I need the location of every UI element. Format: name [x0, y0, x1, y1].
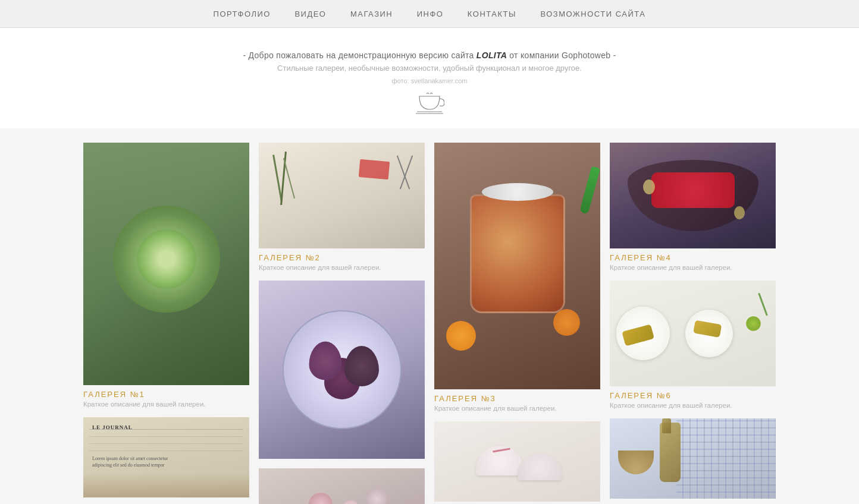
- gallery-item-1[interactable]: ГАЛЕРЕЯ №1 Краткое описание для вашей га…: [79, 140, 254, 415]
- gallery-item-2[interactable]: ГАЛЕРЕЯ №2 Краткое описание для вашей га…: [254, 140, 430, 278]
- gallery-1-title: ГАЛЕРЕЯ №1: [83, 390, 249, 399]
- cup-icon: [415, 93, 444, 114]
- gallery-item-shoes[interactable]: [430, 419, 605, 504]
- gallery-item-newspaper[interactable]: LE JOURNAL Lorem ipsum dolor sit amet co…: [79, 415, 254, 504]
- nav-portfolio[interactable]: ПОРТФОЛИО: [214, 10, 271, 18]
- hero-tagline: - Добро пожаловать на демонстрационную в…: [12, 51, 847, 60]
- nav-video[interactable]: ВИДЕО: [294, 10, 326, 18]
- nav-contacts[interactable]: КОНТАКТЫ: [468, 10, 516, 18]
- gallery-3-desc: Краткое описание для вашей галереи.: [434, 405, 600, 412]
- gallery-2-desc: Краткое описание для вашей галереи.: [259, 264, 425, 271]
- hero-section: - Добро пожаловать на демонстрационную в…: [0, 28, 859, 128]
- nav-info[interactable]: ИНФО: [417, 10, 444, 18]
- gallery-col-1: ГАЛЕРЕЯ №1 Краткое описание для вашей га…: [79, 140, 254, 504]
- nav-shop[interactable]: МАГАЗИН: [350, 10, 393, 18]
- gallery-6-title: ГАЛЕРЕЯ №6: [610, 391, 776, 400]
- gallery-1-desc: Краткое описание для вашей галереи.: [83, 401, 249, 408]
- gallery-item-bottom-2[interactable]: [254, 466, 430, 504]
- gallery-item-olive[interactable]: [605, 416, 780, 504]
- photo-credit: фото: svetlanakamer.com: [12, 77, 847, 84]
- nav-possibilities[interactable]: ВОЗМОЖНОСТИ САЙТА: [540, 10, 645, 18]
- newspaper-small-text: LE JOURNAL: [92, 424, 133, 430]
- gallery-col-4: ГАЛЕРЕЯ №4 Краткое описание для вашей га…: [605, 140, 780, 504]
- hero-subtitle: Стильные галереи, необычные возможности,…: [12, 64, 847, 73]
- gallery-6-desc: Краткое описание для вашей галереи.: [610, 402, 776, 409]
- gallery-grid: ГАЛЕРЕЯ №1 Краткое описание для вашей га…: [43, 140, 816, 504]
- gallery-col-3: ГАЛЕРЕЯ №3 Краткое описание для вашей га…: [430, 140, 605, 504]
- gallery-item-3[interactable]: ГАЛЕРЕЯ №3 Краткое описание для вашей га…: [430, 140, 605, 419]
- gallery-item-6[interactable]: ГАЛЕРЕЯ №6 Краткое описание для вашей га…: [605, 278, 780, 416]
- gallery-col-2: ГАЛЕРЕЯ №2 Краткое описание для вашей га…: [254, 140, 430, 504]
- gallery-item-4[interactable]: ГАЛЕРЕЯ №4 Краткое описание для вашей га…: [605, 140, 780, 278]
- gallery-2-title: ГАЛЕРЕЯ №2: [259, 253, 425, 262]
- gallery-4-title: ГАЛЕРЕЯ №4: [610, 253, 776, 262]
- gallery-item-5[interactable]: [254, 278, 430, 466]
- gallery-4-desc: Краткое описание для вашей галереи.: [610, 264, 776, 271]
- main-nav: ПОРТФОЛИО ВИДЕО МАГАЗИН ИНФО КОНТАКТЫ ВО…: [0, 0, 859, 28]
- gallery-3-title: ГАЛЕРЕЯ №3: [434, 394, 600, 403]
